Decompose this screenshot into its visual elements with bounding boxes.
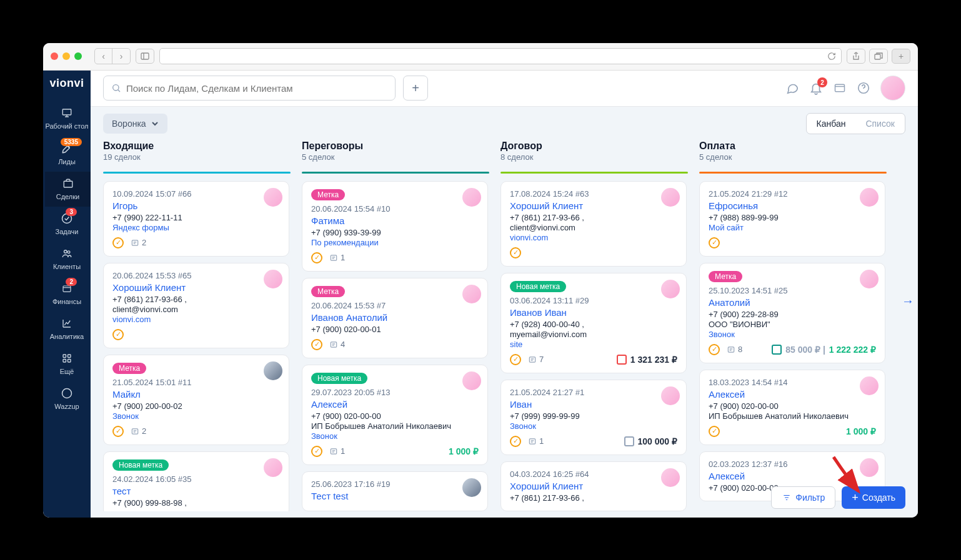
card-name[interactable]: Алексей xyxy=(311,399,479,410)
archive-icon[interactable] xyxy=(833,82,847,94)
deal-card[interactable]: 20.06.2024 15:53 #65Хороший Клиент+7 (86… xyxy=(103,263,289,348)
card-line: +7 (988) 889-99-99 xyxy=(709,213,876,222)
card-name[interactable]: Хороший Клиент xyxy=(112,282,280,293)
card-line: +7 (900) 200-00-02 xyxy=(112,401,280,411)
deal-card[interactable]: Метка20.06.2024 15:53 #7Иванов Анатолий+… xyxy=(302,278,488,358)
card-link[interactable]: Мой сайт xyxy=(709,223,876,232)
deal-card[interactable]: Новая метка29.07.2023 20:05 #13Алексей+7… xyxy=(302,365,488,465)
card-link[interactable]: По рекомендации xyxy=(311,238,479,247)
sidebar-item-more[interactable]: Ещё xyxy=(43,346,91,381)
close-window[interactable] xyxy=(51,52,58,60)
deal-card[interactable]: Новая метка03.06.2024 13:11 #29Иванов Ив… xyxy=(500,273,687,373)
sidebar-item-wazzup[interactable]: Wazzup xyxy=(43,381,91,416)
tabs-button[interactable] xyxy=(869,49,888,64)
card-name[interactable]: тест xyxy=(112,486,280,496)
card-link[interactable]: site xyxy=(510,340,677,349)
share-button[interactable] xyxy=(847,49,865,64)
calendar-icon xyxy=(624,436,634,446)
card-name[interactable]: Майкл xyxy=(112,389,280,400)
sidebar-item-tasks[interactable]: 3 Задачи xyxy=(43,207,91,242)
forward-button[interactable]: › xyxy=(112,49,130,64)
card-link[interactable]: Звонок xyxy=(709,330,876,339)
card-line: +7 (990) 222-11-11 xyxy=(112,213,280,222)
chevron-down-icon xyxy=(151,121,159,126)
card-meta: 20.06.2024 15:53 #7 xyxy=(311,301,479,310)
card-link[interactable]: Звонок xyxy=(112,411,280,421)
card-name[interactable]: Иванов Анатолий xyxy=(311,312,479,323)
notifications-button[interactable]: 2 xyxy=(809,81,823,95)
column-color-bar xyxy=(500,172,688,174)
card-avatar xyxy=(860,376,879,395)
sidebar-item-deals[interactable]: Сделки xyxy=(43,172,91,207)
sidebar-item-clients[interactable]: Клиенты xyxy=(43,242,91,277)
sidebar-item-leads[interactable]: 5335 Лиды xyxy=(43,137,91,172)
filter-button[interactable]: Фильтр xyxy=(771,486,835,509)
sidebar-item-desktop[interactable]: Рабочий стол xyxy=(43,101,91,137)
notes-count: 1 xyxy=(329,253,345,262)
card-link[interactable]: vionvi.com xyxy=(510,233,677,242)
card-name[interactable]: Иванов Иван xyxy=(510,307,677,318)
sidebar-toggle[interactable] xyxy=(136,49,154,64)
card-name[interactable]: Тест test xyxy=(311,491,479,501)
window-controls xyxy=(51,52,82,60)
view-list[interactable]: Список xyxy=(855,114,905,134)
card-name[interactable]: Ефросинья xyxy=(709,200,876,211)
deal-card[interactable]: Метка25.10.2023 14:51 #25Анатолий+7 (900… xyxy=(699,263,885,363)
card-name[interactable]: Хороший Клиент xyxy=(510,200,677,211)
card-meta: 24.02.2024 16:05 #35 xyxy=(112,474,280,484)
card-avatar xyxy=(860,188,879,207)
deal-card[interactable]: 04.03.2024 16:25 #64Хороший Клиент+7 (86… xyxy=(500,461,687,511)
deal-card[interactable]: 17.08.2024 15:24 #63Хороший Клиент+7 (86… xyxy=(500,181,687,267)
logo: vionvi xyxy=(49,77,84,90)
deal-card[interactable]: Метка20.06.2024 15:54 #10Фатима+7 (990) … xyxy=(302,181,488,272)
deal-card[interactable]: Метка21.05.2024 15:01 #11Майкл+7 (900) 2… xyxy=(103,355,289,445)
card-line: +7 (990) 939-39-99 xyxy=(311,228,479,237)
svg-rect-11 xyxy=(63,359,66,362)
column-title: Входящие xyxy=(103,140,291,152)
card-name[interactable]: Алексей xyxy=(709,389,876,400)
card-tag: Новая метка xyxy=(510,281,566,292)
url-bar[interactable] xyxy=(159,48,842,64)
messages-icon[interactable] xyxy=(785,81,799,95)
deal-card[interactable]: 21.05.2024 21:29 #12Ефросинья+7 (988) 88… xyxy=(699,181,885,257)
add-button[interactable]: + xyxy=(403,76,428,101)
card-footer: ✓ 4 xyxy=(311,339,479,350)
card-link[interactable]: Звонок xyxy=(510,421,677,431)
card-name[interactable]: Фатима xyxy=(311,215,479,226)
svg-rect-8 xyxy=(63,286,71,292)
new-tab-button[interactable]: + xyxy=(892,49,910,64)
card-tag: Метка xyxy=(709,271,742,282)
scroll-right-button[interactable]: → xyxy=(902,294,914,308)
notes-count: 7 xyxy=(527,355,544,364)
deal-card[interactable]: 21.05.2024 21:27 #1Иван+7 (999) 999-99-9… xyxy=(500,380,687,455)
search-field[interactable] xyxy=(126,83,387,94)
deal-card[interactable]: 25.06.2023 17:16 #19Тест test xyxy=(302,471,488,511)
funnel-dropdown[interactable]: Воронка xyxy=(103,114,167,134)
card-link[interactable]: Звонок xyxy=(311,431,479,441)
deal-card[interactable]: 18.03.2023 14:54 #14Алексей+7 (900) 020-… xyxy=(699,370,885,445)
deal-card[interactable]: Новая метка24.02.2024 16:05 #35тест+7 (9… xyxy=(103,451,289,511)
sidebar-item-finance[interactable]: 2 Финансы xyxy=(43,277,91,312)
monitor-icon xyxy=(60,106,74,120)
view-kanban[interactable]: Канбан xyxy=(807,114,856,134)
maximize-window[interactable] xyxy=(74,52,82,60)
card-name[interactable]: Игорь xyxy=(112,200,280,211)
search-input[interactable] xyxy=(103,76,396,101)
card-link[interactable]: vionvi.com xyxy=(112,315,280,324)
card-name[interactable]: Анатолий xyxy=(709,297,876,308)
back-button[interactable]: ‹ xyxy=(95,49,112,64)
card-name[interactable]: Иван xyxy=(510,399,677,410)
card-amount-secondary: 1 222 222 ₽ xyxy=(829,345,876,355)
card-footer: ✓ xyxy=(510,247,677,258)
minimize-window[interactable] xyxy=(62,52,70,60)
card-tag: Новая метка xyxy=(112,459,169,471)
column-title: Переговоры xyxy=(302,140,489,152)
deal-card[interactable]: 10.09.2024 15:07 #66Игорь+7 (990) 222-11… xyxy=(103,181,289,257)
user-avatar[interactable] xyxy=(880,76,905,101)
card-name[interactable]: Хороший Клиент xyxy=(510,481,677,491)
help-icon[interactable] xyxy=(857,81,870,95)
card-avatar xyxy=(462,285,481,303)
sidebar-item-analytics[interactable]: Аналитика xyxy=(43,312,91,346)
briefcase-icon xyxy=(61,177,75,190)
card-link[interactable]: Яндекс формы xyxy=(112,223,280,232)
